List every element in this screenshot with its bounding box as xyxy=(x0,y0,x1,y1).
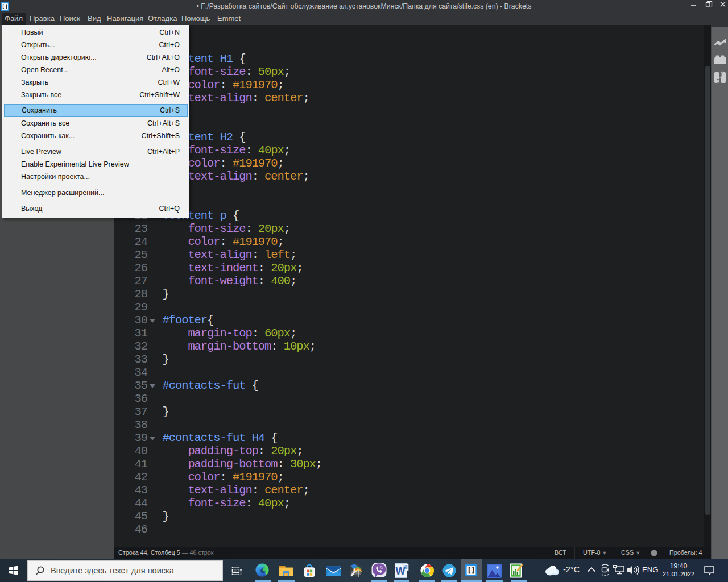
svg-text:W: W xyxy=(396,566,406,577)
